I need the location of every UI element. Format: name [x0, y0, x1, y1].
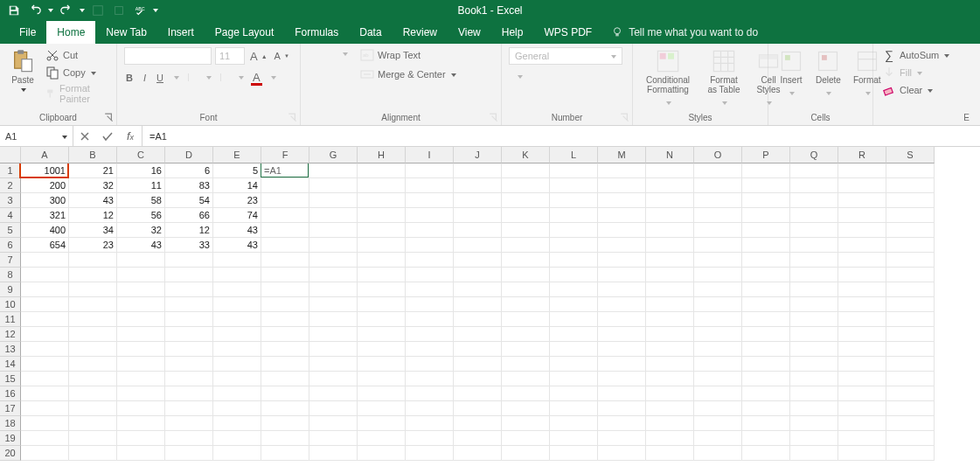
- cell[interactable]: 11: [117, 178, 165, 193]
- cell[interactable]: [358, 238, 406, 253]
- cell[interactable]: [838, 163, 886, 178]
- cell[interactable]: [646, 372, 694, 386]
- cell[interactable]: [598, 327, 646, 342]
- cell[interactable]: [213, 357, 261, 372]
- cell[interactable]: [646, 268, 694, 282]
- underline-button[interactable]: U: [155, 72, 165, 84]
- cell[interactable]: [309, 446, 358, 461]
- cell[interactable]: [550, 282, 598, 297]
- cell[interactable]: [358, 372, 406, 386]
- cell[interactable]: [454, 327, 502, 342]
- cell[interactable]: [502, 297, 550, 312]
- cut-button[interactable]: Cut: [44, 47, 109, 63]
- row-header[interactable]: 6: [0, 238, 21, 253]
- cell[interactable]: [790, 401, 838, 416]
- cell[interactable]: [502, 282, 550, 297]
- font-launcher[interactable]: [288, 113, 298, 123]
- cell[interactable]: [790, 163, 838, 178]
- cell[interactable]: [454, 431, 502, 446]
- cell[interactable]: [694, 253, 742, 268]
- cell[interactable]: [598, 163, 646, 178]
- cell[interactable]: [694, 327, 742, 342]
- cell[interactable]: [21, 253, 69, 268]
- cell[interactable]: [117, 327, 165, 342]
- cell[interactable]: [213, 268, 261, 282]
- cell[interactable]: [21, 372, 69, 386]
- cell[interactable]: [358, 357, 406, 372]
- cell[interactable]: [117, 416, 165, 431]
- insert-function-button[interactable]: fx: [119, 129, 142, 143]
- cell[interactable]: [886, 401, 935, 416]
- cell[interactable]: [261, 208, 309, 223]
- cell[interactable]: [358, 178, 406, 193]
- bold-button[interactable]: B: [124, 72, 135, 84]
- cell[interactable]: [69, 268, 117, 282]
- cell[interactable]: [838, 268, 886, 282]
- cell[interactable]: [406, 178, 454, 193]
- cell[interactable]: 23: [69, 238, 117, 253]
- cell[interactable]: [838, 416, 886, 431]
- row-header[interactable]: 4: [0, 208, 21, 223]
- cell[interactable]: [454, 163, 502, 178]
- cell[interactable]: [309, 238, 358, 253]
- row-header[interactable]: 11: [0, 312, 21, 327]
- column-header[interactable]: I: [406, 147, 454, 163]
- cell[interactable]: [886, 446, 935, 461]
- tab-file[interactable]: File: [9, 21, 46, 44]
- cell[interactable]: [790, 416, 838, 431]
- cell[interactable]: 32: [117, 223, 165, 238]
- row-header[interactable]: 18: [0, 416, 21, 431]
- cell[interactable]: [646, 163, 694, 178]
- cell[interactable]: [646, 327, 694, 342]
- cell[interactable]: [309, 208, 358, 223]
- cell[interactable]: [117, 342, 165, 357]
- redo-dropdown[interactable]: [79, 9, 86, 12]
- column-header[interactable]: F: [261, 147, 309, 163]
- copy-button[interactable]: Copy: [44, 65, 109, 80]
- cell[interactable]: [694, 223, 742, 238]
- cell[interactable]: [309, 268, 358, 282]
- cell[interactable]: [261, 282, 309, 297]
- cell[interactable]: 6: [165, 163, 213, 178]
- cell[interactable]: [117, 282, 165, 297]
- formula-input[interactable]: =A1: [142, 126, 980, 146]
- tab-insert[interactable]: Insert: [157, 21, 205, 44]
- cell[interactable]: [502, 446, 550, 461]
- cell[interactable]: [454, 416, 502, 431]
- cell[interactable]: 200: [21, 178, 69, 193]
- cell[interactable]: [790, 253, 838, 268]
- cell[interactable]: [646, 386, 694, 401]
- cell[interactable]: [165, 386, 213, 401]
- cell[interactable]: [309, 386, 358, 401]
- cell[interactable]: [358, 401, 406, 416]
- cell[interactable]: [358, 312, 406, 327]
- cell[interactable]: 300: [21, 193, 69, 208]
- cell[interactable]: [213, 446, 261, 461]
- cell[interactable]: [646, 178, 694, 193]
- tab-view[interactable]: View: [448, 21, 491, 44]
- cell[interactable]: [886, 312, 935, 327]
- cell[interactable]: [454, 312, 502, 327]
- cell[interactable]: [598, 342, 646, 357]
- cell[interactable]: [117, 431, 165, 446]
- cell[interactable]: 5: [213, 163, 261, 178]
- name-box[interactable]: A1: [0, 126, 73, 146]
- cell[interactable]: [261, 327, 309, 342]
- cell[interactable]: [502, 268, 550, 282]
- cell[interactable]: [165, 268, 213, 282]
- cell[interactable]: [261, 446, 309, 461]
- fill-button[interactable]: Fill: [880, 65, 924, 80]
- cell[interactable]: [646, 238, 694, 253]
- cell[interactable]: [117, 446, 165, 461]
- cell[interactable]: [358, 327, 406, 342]
- increase-font-icon[interactable]: A▲: [248, 49, 269, 64]
- cell[interactable]: [502, 238, 550, 253]
- cell[interactable]: [358, 431, 406, 446]
- cell[interactable]: [502, 312, 550, 327]
- row-header[interactable]: 2: [0, 178, 21, 193]
- cell[interactable]: [742, 372, 790, 386]
- row-header[interactable]: 16: [0, 386, 21, 401]
- cell[interactable]: [694, 386, 742, 401]
- column-header[interactable]: G: [309, 147, 358, 163]
- orientation-dropdown[interactable]: [341, 47, 348, 59]
